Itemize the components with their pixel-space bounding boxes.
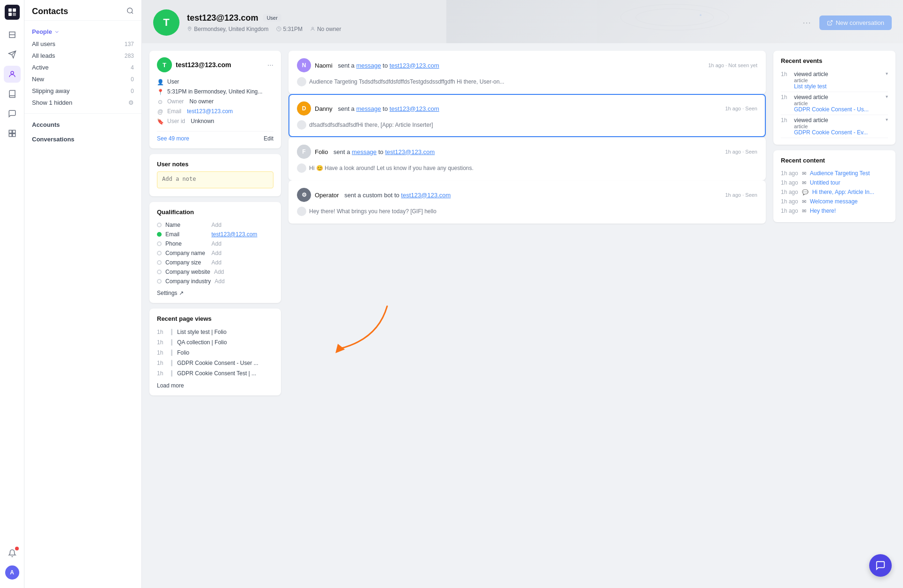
see-more-link[interactable]: See 49 more <box>157 135 189 142</box>
contact-more-icon[interactable]: ⋯ <box>267 62 273 69</box>
accounts-nav-item[interactable]: Accounts <box>24 117 141 132</box>
people-section-title[interactable]: People <box>24 25 141 38</box>
content-icon: ✉ <box>802 170 806 177</box>
message-link[interactable]: message <box>356 105 381 112</box>
conversations-nav-item[interactable]: Conversations <box>24 132 141 147</box>
event-row: 1h viewed article ▾ article List style t… <box>781 69 888 92</box>
page-view-row: 1h GDPR Cookie Consent Test | ... <box>157 368 273 379</box>
all-users-item[interactable]: All users 137 <box>24 38 141 50</box>
conv-time: 1h ago · Seen <box>725 192 757 198</box>
qual-add[interactable]: Add <box>211 222 221 228</box>
profile-header: T test123@123.com User Bermondsey, Unite… <box>142 0 903 43</box>
conv-body-avatar <box>297 120 306 130</box>
settings-link[interactable]: Settings ↗ <box>157 290 273 296</box>
rpv-time: 1h <box>157 339 166 346</box>
conv-avatar: D <box>297 101 311 116</box>
event-sub: article <box>794 77 888 83</box>
conv-body-avatar <box>297 163 306 173</box>
qual-value[interactable]: test123@123.com <box>211 231 257 238</box>
chevron-down-icon[interactable]: ▾ <box>886 117 888 124</box>
conv-action: sent a message to test123@123.com <box>336 62 439 69</box>
left-panel: T test123@123.com ⋯ 👤 User 📍 5:31PM in B… <box>149 51 281 395</box>
qual-label: Company name <box>165 250 208 256</box>
active-item[interactable]: Active 4 <box>24 62 141 73</box>
contact-owner-row: ⊙ Owner No owner <box>157 97 273 107</box>
qual-add[interactable]: Add <box>215 278 225 285</box>
show-hidden-item[interactable]: Show 1 hidden ⚙ <box>24 97 141 108</box>
recipient-link[interactable]: test123@123.com <box>401 192 451 199</box>
content-icon: ✉ <box>802 199 806 205</box>
content-link[interactable]: Untitled tour <box>810 179 841 186</box>
location-icon: 📍 <box>157 89 163 95</box>
recipient-link[interactable]: test123@123.com <box>385 148 435 155</box>
qual-add[interactable]: Add <box>211 240 221 247</box>
content-icon: ✉ <box>802 180 806 186</box>
contact-email-link[interactable]: test123@123.com <box>187 108 233 115</box>
content-link[interactable]: Audience Targeting Test <box>810 170 870 177</box>
all-leads-item[interactable]: All leads 283 <box>24 50 141 62</box>
rpv-bar <box>171 370 172 377</box>
recipient-link[interactable]: test123@123.com <box>389 62 439 69</box>
page-view-row: 1h Folio <box>157 348 273 358</box>
rpv-time: 1h <box>157 360 166 366</box>
qual-label: Email <box>165 231 208 238</box>
content-link[interactable]: Hi there, App: Article In... <box>812 189 874 195</box>
notification-icon[interactable] <box>4 545 21 562</box>
chevron-down-icon[interactable]: ▾ <box>886 94 888 101</box>
icon-bar: A <box>0 0 24 588</box>
message-link[interactable]: message <box>356 62 381 69</box>
edit-link[interactable]: Edit <box>264 135 273 142</box>
slipping-away-item[interactable]: Slipping away 0 <box>24 85 141 97</box>
app-logo[interactable] <box>5 5 20 20</box>
user-avatar[interactable]: A <box>5 565 19 580</box>
inbox-nav-icon[interactable] <box>4 26 21 43</box>
book-nav-icon[interactable] <box>4 85 21 102</box>
contact-card: T test123@123.com ⋯ 👤 User 📍 5:31PM in B… <box>149 51 281 148</box>
event-time: 1h <box>781 117 790 124</box>
event-sub: article <box>794 101 888 106</box>
conv-sender: Folio <box>315 148 328 155</box>
map-background <box>446 0 903 43</box>
recent-content-card: Recent content 1h ago ✉ Audience Targeti… <box>773 150 895 222</box>
event-type: viewed article <box>794 71 828 77</box>
event-divider <box>781 138 888 138</box>
send-nav-icon[interactable] <box>4 46 21 63</box>
conversation-card[interactable]: F Folio sent a message to test123@123.co… <box>288 137 766 180</box>
chat-bubble-button[interactable] <box>869 554 892 577</box>
new-item[interactable]: New 0 <box>24 73 141 85</box>
qual-add[interactable]: Add <box>211 250 221 256</box>
conv-body-avatar <box>297 77 306 86</box>
content-link[interactable]: Hey there! <box>810 208 836 214</box>
content-area: T test123@123.com ⋯ 👤 User 📍 5:31PM in B… <box>142 43 903 588</box>
qual-dot <box>157 260 162 265</box>
chat-nav-icon[interactable] <box>4 105 21 122</box>
qual-add[interactable]: Add <box>211 259 221 266</box>
sidebar-search-icon[interactable] <box>126 7 134 16</box>
conv-action: sent a message to test123@123.com <box>332 148 435 155</box>
event-article-link[interactable]: List style test <box>794 83 826 90</box>
event-article-link[interactable]: GDPR Cookie Consent - Ev... <box>794 129 868 136</box>
conv-body: Hi 😊 Have a look around! Let us know if … <box>297 163 757 173</box>
conversation-card[interactable]: D Danny sent a message to test123@123.co… <box>288 94 766 137</box>
message-link[interactable]: message <box>352 148 377 155</box>
gear-icon[interactable]: ⚙ <box>128 99 134 106</box>
recipient-link[interactable]: test123@123.com <box>389 105 439 112</box>
event-type: viewed article <box>794 94 828 101</box>
rpv-bar <box>171 339 172 346</box>
content-link[interactable]: Welcome message <box>810 198 858 205</box>
chevron-down-icon[interactable]: ▾ <box>886 71 888 77</box>
qual-add[interactable]: Add <box>214 269 224 275</box>
conversation-card[interactable]: N Naomi sent a message to test123@123.co… <box>288 51 766 94</box>
page-view-row: 1h QA collection | Folio <box>157 337 273 348</box>
conv-avatar-img: F <box>297 145 311 159</box>
load-more-button[interactable]: Load more <box>157 382 273 389</box>
notes-input[interactable] <box>157 171 273 188</box>
qualification-row: Company sizeAdd <box>157 258 273 267</box>
user-icon: 👤 <box>157 79 163 85</box>
add-widget-icon[interactable] <box>4 125 21 142</box>
content-row: 1h ago 💬 Hi there, App: Article In... <box>781 187 888 197</box>
conversation-card[interactable]: ⚙ Operator sent a custom bot to test123@… <box>288 180 766 224</box>
event-article-link[interactable]: GDPR Cookie Consent - Us... <box>794 106 869 113</box>
contacts-nav-icon[interactable] <box>4 66 21 83</box>
conv-text: Audience Targeting TsdsdfsdfsdfdsfdffdsT… <box>309 78 504 85</box>
